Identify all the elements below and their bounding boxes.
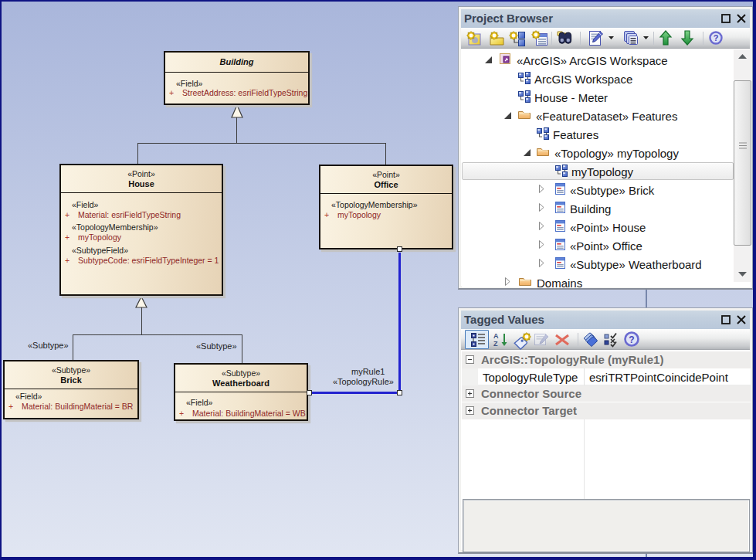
svg-text:A: A xyxy=(493,332,499,340)
svg-text:?: ? xyxy=(714,33,719,42)
svg-text:Z: Z xyxy=(493,340,498,348)
svg-text:?: ? xyxy=(629,334,634,345)
